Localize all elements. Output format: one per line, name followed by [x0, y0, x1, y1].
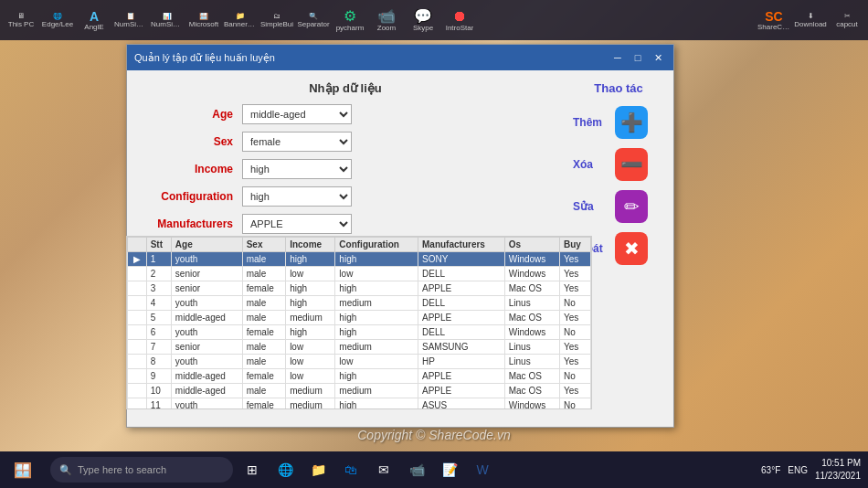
start-button[interactable]: 🪟 — [0, 451, 46, 488]
table-row[interactable]: 5middle-agedmalemediumhighAPPLEMac OSYes — [128, 311, 591, 325]
taskbar-store[interactable]: 🛍 — [336, 455, 365, 484]
top-icon-pycharm[interactable]: ⚙ pycharm — [333, 3, 367, 37]
taskbar-edge[interactable]: 🌐 — [270, 455, 300, 484]
maximize-button[interactable]: □ — [630, 49, 646, 66]
action-delete[interactable]: Xóa ➖ — [573, 148, 664, 181]
taskbar-icons: ⊞ 🌐 📁 🛍 ✉ 📹 📝 W — [238, 455, 761, 484]
top-icon-numsv2[interactable]: 📊 NumSinhV... — [150, 3, 185, 37]
action-edit[interactable]: Sửa ✏ — [573, 190, 664, 223]
exit-icon[interactable]: ✖ — [615, 232, 648, 265]
select-income[interactable]: low medium high — [242, 159, 352, 179]
table-row[interactable]: 8youthmalelowlowHPLinusYes — [128, 355, 591, 369]
col-os: Os — [504, 238, 559, 252]
top-icon-zoom[interactable]: 📹 Zoom — [369, 3, 404, 37]
taskbar-task-view[interactable]: ⊞ — [238, 455, 267, 484]
taskbar-word[interactable]: W — [468, 455, 497, 484]
top-icon-skype[interactable]: 💬 Skype — [406, 3, 440, 37]
cell-sex: female — [242, 398, 285, 409]
cell-mfr: DELL — [418, 296, 504, 311]
top-icon-sharecode[interactable]: SC ShareCode — [757, 3, 791, 37]
cell-config: medium — [335, 340, 418, 355]
table-row[interactable]: 9middle-agedfemalelowhighAPPLEMac OSNo — [128, 369, 591, 384]
titlebar-buttons: ─ □ ✕ — [609, 49, 666, 66]
cell-income: low — [286, 340, 335, 355]
cell-stt: 2 — [146, 267, 171, 281]
cell-sex: male — [242, 355, 285, 369]
row-indicator — [128, 267, 147, 281]
cell-income: low — [286, 369, 335, 384]
table-row[interactable]: 3seniorfemalehighhighAPPLEMac OSYes — [128, 281, 591, 296]
row-indicator — [128, 398, 147, 409]
action-edit-label: Sửa — [573, 200, 609, 213]
minimize-button[interactable]: ─ — [609, 49, 626, 66]
taskbar-temp: 63°F — [761, 465, 780, 475]
select-configuration[interactable]: low medium high — [242, 186, 352, 207]
select-age[interactable]: youth senior middle-aged — [242, 104, 352, 124]
cell-os: Windows — [504, 398, 559, 409]
cell-sex: male — [242, 384, 285, 398]
table-row[interactable]: ▶1youthmalehighhighSONYWindowsYes — [128, 252, 591, 267]
cell-mfr: SONY — [418, 252, 504, 267]
top-icon-angle[interactable]: A AnglE — [77, 3, 111, 37]
cell-income: high — [286, 252, 335, 267]
cell-sex: male — [242, 311, 285, 325]
cell-buy: Yes — [560, 384, 591, 398]
form-row-configuration: Configuration low medium high — [142, 186, 549, 207]
taskbar-search[interactable]: 🔍 Type here to search — [50, 457, 233, 483]
select-sex[interactable]: male female — [242, 132, 352, 152]
top-icon-download[interactable]: ⬇ Download — [793, 3, 828, 37]
close-button[interactable]: ✕ — [650, 49, 666, 66]
cell-config: high — [335, 252, 418, 267]
taskbar-zoom[interactable]: 📹 — [402, 455, 431, 484]
cell-os: Mac OS — [504, 369, 559, 384]
cell-stt: 3 — [146, 281, 171, 296]
table-row[interactable]: 10middle-agedmalemediummediumAPPLEMac OS… — [128, 384, 591, 398]
cell-os: Windows — [504, 252, 559, 267]
table-row[interactable]: 7seniormalelowmediumSAMSUNGLinusYes — [128, 340, 591, 355]
taskbar-right: 63°F ENG 10:51 PM 11/23/2021 — [761, 457, 868, 483]
top-icon-browser[interactable]: 🌐 Edge/Lee — [40, 3, 75, 37]
action-add[interactable]: Thêm ➕ — [573, 106, 664, 139]
cell-stt: 7 — [146, 340, 171, 355]
top-icon-sep[interactable]: 🔍 Separator — [296, 3, 331, 37]
cell-buy: Yes — [560, 355, 591, 369]
cell-age: senior — [171, 281, 242, 296]
top-icon-numsv1[interactable]: 📋 NumSinhV... — [113, 3, 148, 37]
col-buy: Buy — [560, 238, 591, 252]
cell-buy: Yes — [560, 267, 591, 281]
cell-os: Mac OS — [504, 384, 559, 398]
actions-title: Thao tác — [573, 81, 664, 95]
table-row[interactable]: 6youthfemalehighhighDELLWindowsNo — [128, 325, 591, 340]
select-manufacturers[interactable]: SONY DELL APPLE SAMSUNG HP ASUS — [242, 214, 352, 234]
app-title: Quản lý tập dữ liệu huấn luyện — [134, 52, 609, 64]
edit-icon[interactable]: ✏ — [615, 190, 648, 223]
taskbar-folder[interactable]: 📁 — [303, 455, 333, 484]
top-icon-capcut[interactable]: ✂ capcut — [830, 3, 864, 37]
top-icon-banner[interactable]: 📁 BannerBui — [223, 3, 258, 37]
taskbar-vscode[interactable]: 📝 — [435, 455, 464, 484]
cell-buy: Yes — [560, 311, 591, 325]
add-icon[interactable]: ➕ — [615, 106, 648, 139]
top-icon-microsoft[interactable]: 🪟 Microsoft — [186, 3, 221, 37]
table-row[interactable]: 4youthmalehighmediumDELLLinusNo — [128, 296, 591, 311]
table-row[interactable]: 11youthfemalemediumhighASUSWindowsNo — [128, 398, 591, 409]
top-icon-simple[interactable]: 🗂 SimpleBui — [259, 3, 294, 37]
delete-icon[interactable]: ➖ — [615, 148, 648, 181]
cell-stt: 4 — [146, 296, 171, 311]
cell-age: youth — [171, 355, 242, 369]
col-stt: Stt — [146, 238, 171, 252]
col-sex: Sex — [242, 238, 285, 252]
cell-os: Mac OS — [504, 311, 559, 325]
label-configuration: Configuration — [142, 190, 242, 203]
taskbar-time: 10:51 PM 11/23/2021 — [815, 457, 861, 483]
cell-mfr: HP — [418, 355, 504, 369]
row-indicator — [128, 281, 147, 296]
cell-os: Mac OS — [504, 281, 559, 296]
top-icon-this-pc[interactable]: 🖥 This PC — [4, 3, 38, 37]
top-icon-record[interactable]: ⏺ IntroStar — [442, 3, 477, 37]
taskbar-mail[interactable]: ✉ — [369, 455, 398, 484]
cell-stt: 8 — [146, 355, 171, 369]
label-sex: Sex — [142, 135, 242, 148]
table-row[interactable]: 2seniormalelowlowDELLWindowsYes — [128, 267, 591, 281]
time-value: 10:51 PM — [815, 457, 861, 470]
